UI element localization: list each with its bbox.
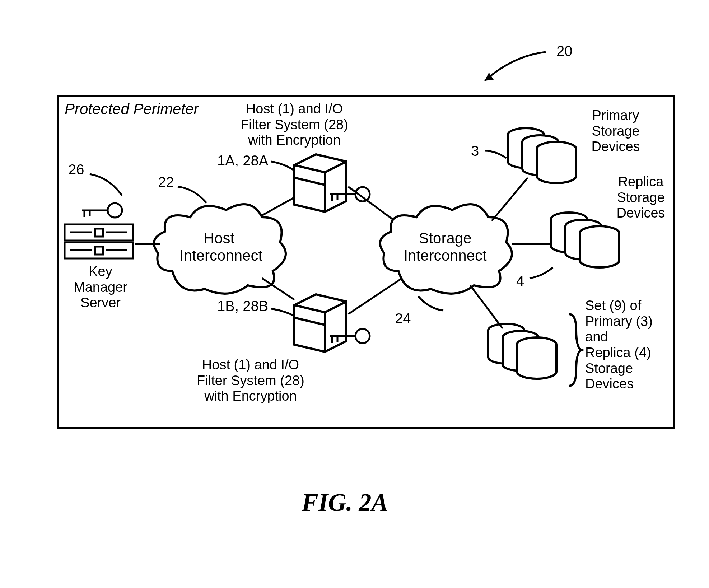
ref-20: 20: [556, 43, 573, 59]
storage-interconnect-label: Storage Interconnect: [400, 230, 490, 265]
key-manager-server-label: Key Manager Server: [61, 264, 140, 311]
host-1a-label: Host (1) and I/O Filter System (28) with…: [233, 101, 355, 148]
ref-22: 22: [158, 174, 174, 190]
ref-26: 26: [68, 162, 84, 178]
svg-rect-4: [95, 229, 103, 237]
protected-perimeter-title: Protected Perimeter: [65, 101, 199, 118]
svg-line-23: [262, 197, 294, 215]
conn-1b-hostcloud: [262, 278, 298, 303]
ref-arrow-24: [416, 294, 449, 314]
key-icon-host1b: [327, 327, 373, 346]
conn-kms-hostcloud: [135, 242, 160, 246]
ref-arrow-3: [483, 147, 508, 162]
ref-1B28B: 1B, 28B: [217, 298, 268, 314]
ref-24: 24: [395, 311, 411, 327]
ref-arrow-26: [88, 171, 127, 199]
key-icon-kms: [79, 201, 126, 221]
diagram-canvas: 20 Protected Perimeter Key Manager Serve…: [14, 14, 709, 588]
ref-arrow-1b: [269, 305, 296, 319]
brace-icon: [564, 312, 583, 388]
svg-point-9: [108, 203, 122, 218]
ref-3: 3: [471, 143, 479, 159]
ref-1A28A: 1A, 28A: [217, 153, 268, 169]
svg-line-39: [492, 178, 528, 221]
replica-storage-label: Replica Storage Devices: [610, 174, 671, 221]
ref-arrow-4: [528, 266, 555, 282]
svg-point-30: [355, 329, 370, 343]
ref-arrow-1a: [269, 158, 296, 172]
ref-4: 4: [516, 273, 524, 289]
conn-cloud-replica: [512, 242, 551, 246]
set9-storage-label: Set (9) of Primary (3) and Replica (4) S…: [585, 298, 661, 392]
ref-arrow-20: [474, 47, 553, 90]
conn-cloud-set9: [470, 285, 506, 332]
conn-1a-hostcloud: [262, 197, 298, 219]
host-interconnect-label: Host Interconnect: [179, 230, 258, 265]
primary-storage-label: Primary Storage Devices: [585, 108, 646, 155]
ref-arrow-22: [176, 183, 212, 208]
svg-line-47: [470, 285, 503, 328]
primary-storage-icon: [506, 126, 582, 183]
key-manager-server-icon: [63, 221, 135, 262]
figure-caption: FIG. 2A: [302, 488, 388, 517]
svg-line-34: [262, 278, 294, 300]
conn-cloud-primary: [492, 178, 531, 224]
svg-rect-7: [95, 247, 103, 255]
host-1b-label: Host (1) and I/O Filter System (28) with…: [190, 357, 312, 404]
